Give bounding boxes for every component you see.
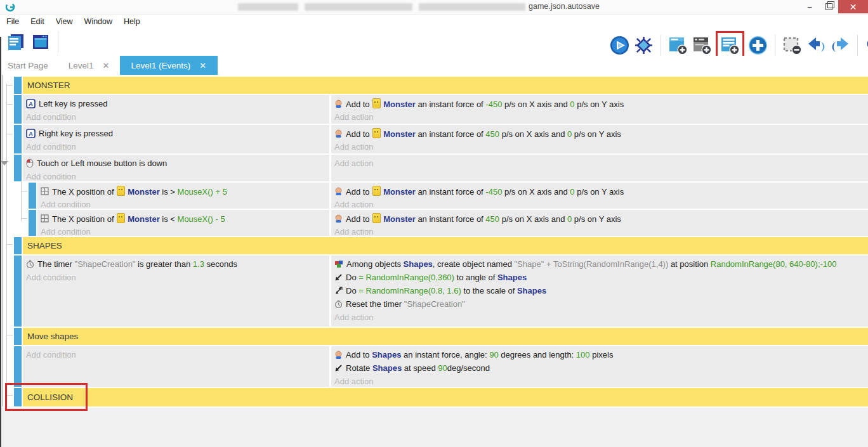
condition-touch[interactable]: Touch or Left mouse button is down <box>26 157 329 170</box>
event-row-right-key[interactable]: A Right key is pressed Add condition Ad <box>0 125 868 153</box>
add-special-event-icon[interactable] <box>747 35 768 56</box>
minimize-button[interactable]: – <box>801 0 819 13</box>
tab-level1[interactable]: Level1 ✕ <box>58 56 120 75</box>
event-row-touch[interactable]: Touch or Left mouse button is down Add c… <box>0 155 868 181</box>
group-row-collision[interactable]: COLLISION <box>0 388 868 406</box>
scale-arrows-icon <box>334 287 343 295</box>
add-action-link[interactable]: Add action <box>334 110 868 124</box>
add-action-link[interactable]: Add action <box>334 157 868 170</box>
force-icon <box>334 214 343 223</box>
add-subevent-icon[interactable] <box>720 35 740 56</box>
close-button[interactable]: ✕ <box>838 0 868 13</box>
debug-icon[interactable] <box>633 35 654 56</box>
action-create-object[interactable]: Among objects Shapes, create object name… <box>334 257 868 271</box>
action-force[interactable]: Add to Monster an instant force of 450 p… <box>334 127 868 140</box>
run-game-icon[interactable] <box>609 35 630 56</box>
menu-window[interactable]: Window <box>83 16 119 27</box>
group-header-shapes[interactable]: SHAPES <box>23 237 868 254</box>
event-row-left-key[interactable]: A Left key is pressed Add condition Add <box>0 95 868 124</box>
undo-icon[interactable] <box>806 35 827 56</box>
subevent-row-xpos-lt[interactable]: The X position of Monster is < MouseX() … <box>0 210 868 236</box>
event-handle[interactable] <box>14 237 22 254</box>
remove-event-icon[interactable] <box>782 35 803 56</box>
add-event-icon[interactable] <box>667 35 688 56</box>
condition-right-key[interactable]: A Right key is pressed <box>26 127 329 140</box>
action-force[interactable]: Add to Monster an instant force of 450 p… <box>334 212 868 225</box>
event-handle[interactable] <box>14 346 22 387</box>
action-force[interactable]: Add to Monster an instant force of -450 … <box>334 97 868 110</box>
toolbar <box>0 28 868 56</box>
event-handle[interactable] <box>14 125 22 153</box>
action-force[interactable]: Add to Monster an instant force of -450 … <box>334 185 868 198</box>
event-handle[interactable] <box>14 388 22 406</box>
add-comment-icon[interactable] <box>692 35 713 56</box>
add-action-link[interactable]: Add action <box>334 375 868 387</box>
group-row-shapes[interactable]: SHAPES <box>0 237 868 254</box>
add-condition-link[interactable]: Add condition <box>26 348 329 361</box>
add-condition-link[interactable]: Add condition <box>26 271 329 284</box>
action-rotate[interactable]: Rotate Shapes at speed 90deg/second <box>334 361 868 375</box>
object-thumbnail-icon <box>372 128 381 138</box>
tab-level1-events[interactable]: Level1 (Events) ✕ <box>120 56 218 75</box>
add-condition-link[interactable]: Add condition <box>41 198 329 209</box>
condition-xpos[interactable]: The X position of Monster is < MouseX() … <box>41 212 329 225</box>
restore-button[interactable] <box>820 0 838 13</box>
menu-file[interactable]: File <box>5 16 25 27</box>
group-header-collision[interactable]: COLLISION <box>23 388 868 406</box>
rotate-arrow-icon <box>334 364 343 372</box>
add-condition-link[interactable]: Add condition <box>41 225 329 236</box>
group-header-move-shapes[interactable]: Move shapes <box>23 328 868 345</box>
add-action-link[interactable]: Add action <box>334 225 868 236</box>
action-reset-timer[interactable]: Reset the timer "ShapeCreation" <box>334 297 868 311</box>
position-icon <box>41 214 49 223</box>
force-icon <box>334 100 343 108</box>
action-force[interactable]: Add to Shapes an instant force, angle: 9… <box>334 348 868 361</box>
event-handle[interactable] <box>14 256 22 327</box>
project-manager-icon[interactable] <box>5 32 26 53</box>
event-handle[interactable] <box>14 155 22 181</box>
keyboard-icon: A <box>26 99 36 108</box>
group-row-move-shapes[interactable]: Move shapes <box>0 328 868 345</box>
add-action-link[interactable]: Add action <box>334 311 868 324</box>
event-row-shape-timer[interactable]: The timer "ShapeCreation" is greater tha… <box>0 256 868 327</box>
event-row-move-shapes[interactable]: Add condition Add to Shapes an instant f… <box>0 346 868 387</box>
group-row-monster[interactable]: MONSTER <box>0 77 868 94</box>
condition-left-key[interactable]: A Left key is pressed <box>26 97 329 110</box>
close-tab-icon[interactable]: ✕ <box>199 61 206 70</box>
mouse-icon <box>26 159 34 168</box>
event-handle[interactable] <box>29 210 36 236</box>
timer-icon <box>334 300 343 309</box>
action-set-angle[interactable]: Do = RandomInRange(0,360) to angle of Sh… <box>334 271 868 284</box>
timer-icon <box>26 260 34 269</box>
close-tab-icon[interactable]: ✕ <box>103 61 110 70</box>
tab-start-page[interactable]: Start Page <box>0 56 58 75</box>
menu-edit[interactable]: Edit <box>29 16 51 27</box>
events-sheet: MONSTER A Left key is pressed Add condit… <box>0 75 868 447</box>
event-handle[interactable] <box>14 95 22 124</box>
search-icon[interactable] <box>864 35 868 56</box>
collapse-arrow-icon[interactable] <box>1 161 8 165</box>
svg-text:A: A <box>29 131 33 137</box>
add-condition-link[interactable]: Add condition <box>26 140 329 153</box>
add-action-link[interactable]: Add action <box>334 140 868 153</box>
action-set-scale[interactable]: Do = RandomInRange(0.8, 1.6) to the scal… <box>334 284 868 297</box>
redacted-title-text <box>305 3 412 11</box>
add-action-link[interactable]: Add action <box>334 198 868 209</box>
add-condition-link[interactable]: Add condition <box>26 110 329 124</box>
event-handle[interactable] <box>14 328 22 345</box>
menu-view[interactable]: View <box>55 16 79 27</box>
event-handle[interactable] <box>29 183 36 209</box>
object-thumbnail-icon <box>372 186 381 196</box>
tree-tick <box>21 191 27 191</box>
start-page-window-icon[interactable] <box>30 32 51 53</box>
group-header-monster[interactable]: MONSTER <box>23 77 868 94</box>
event-handle[interactable] <box>14 77 22 94</box>
tree-tick <box>6 104 13 105</box>
subevent-row-xpos-gt[interactable]: The X position of Monster is > MouseX() … <box>0 183 868 209</box>
redo-icon[interactable] <box>830 35 851 56</box>
menu-help[interactable]: Help <box>122 16 147 27</box>
add-condition-link[interactable]: Add condition <box>26 170 329 181</box>
condition-timer[interactable]: The timer "ShapeCreation" is greater tha… <box>26 257 329 271</box>
gdevelop-window: game.json.autosave – ✕ File Edit View Wi… <box>0 0 868 447</box>
condition-xpos[interactable]: The X position of Monster is > MouseX() … <box>41 185 329 198</box>
